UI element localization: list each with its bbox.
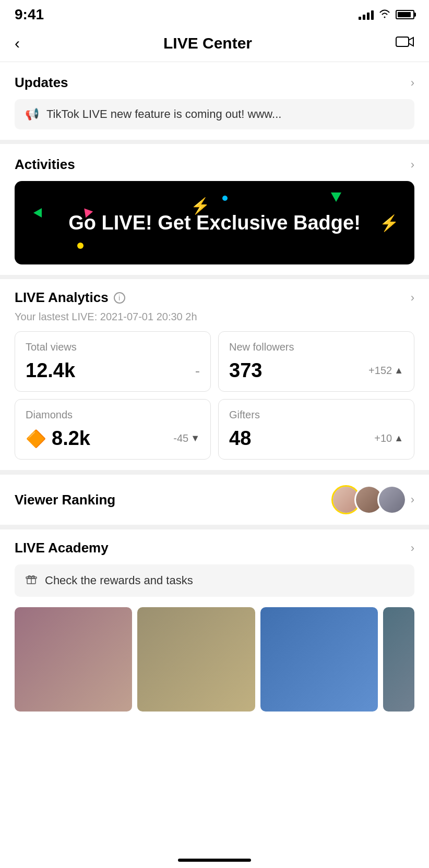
- analytics-card-views: Total views 12.4k -: [15, 331, 211, 392]
- thumbnails-row: [0, 607, 429, 712]
- activities-label: Activities: [15, 156, 75, 173]
- viewer-ranking-chevron-icon: ›: [411, 493, 414, 507]
- megaphone-icon: 📢: [25, 107, 39, 121]
- triangle-left-icon: [33, 208, 42, 218]
- updates-text: TikTok LIVE new feature is coming out! w…: [46, 107, 281, 121]
- activities-chevron-icon: ›: [411, 158, 414, 172]
- updates-chevron-icon: ›: [411, 76, 414, 90]
- back-button[interactable]: ‹: [15, 34, 20, 52]
- section-divider-3: [0, 470, 429, 474]
- arrow-up-icon: ▲: [394, 365, 403, 376]
- card-label-diamonds: Diamonds: [26, 409, 200, 421]
- analytics-card-diamonds: Diamonds 🔶 8.2k -45 ▼: [15, 399, 211, 460]
- activities-section-row[interactable]: Activities ›: [0, 144, 429, 181]
- viewer-ranking-label: Viewer Ranking: [15, 492, 115, 508]
- page-title: LIVE Center: [163, 34, 252, 52]
- card-value-gifters: 48: [229, 427, 251, 450]
- phone-frame: 9:41 ‹ LIVE Center: [0, 0, 429, 868]
- card-label-followers: New followers: [229, 341, 403, 353]
- card-change-gifters: +10 ▲: [374, 432, 403, 444]
- thumbnail-3[interactable]: [260, 607, 378, 712]
- section-divider: [0, 140, 429, 144]
- analytics-header: LIVE Analytics i ›: [0, 279, 429, 309]
- card-change-diamonds: -45 ▼: [173, 432, 200, 444]
- card-value-followers: 373: [229, 359, 262, 382]
- analytics-subtitle: Your lastest LIVE: 2021-07-01 20:30 2h: [0, 309, 429, 331]
- viewer-avatars: [331, 485, 407, 514]
- status-time: 9:41: [15, 6, 44, 23]
- info-icon[interactable]: i: [114, 292, 125, 304]
- arrow-down-icon: ▼: [190, 433, 200, 444]
- analytics-card-gifters: Gifters 48 +10 ▲: [218, 399, 414, 460]
- live-academy-label: LIVE Academy: [15, 540, 109, 556]
- rewards-banner[interactable]: Check the rewards and tasks: [15, 564, 414, 597]
- card-value-views: 12.4k: [26, 359, 75, 382]
- arrow-up-icon-2: ▲: [394, 433, 403, 444]
- home-indicator: [178, 859, 251, 862]
- section-divider-4: [0, 525, 429, 529]
- thumbnail-4[interactable]: [383, 607, 414, 712]
- signal-icon: [359, 9, 374, 20]
- lightning-right-icon: ⚡: [379, 214, 399, 232]
- card-value-diamonds: 🔶 8.2k: [26, 427, 90, 450]
- thumbnail-1[interactable]: [15, 607, 132, 712]
- status-bar: 9:41: [0, 0, 429, 27]
- analytics-grid: Total views 12.4k - New followers 373 +1…: [0, 331, 429, 470]
- page-header: ‹ LIVE Center: [0, 27, 429, 62]
- dot-yellow-icon: [77, 243, 84, 249]
- card-change-views: -: [195, 363, 200, 379]
- activities-banner-text: Go LIVE! Get Exclusive Badge!: [68, 212, 361, 234]
- status-icons: [359, 9, 414, 21]
- wifi-icon: [379, 9, 390, 21]
- analytics-chevron-icon: ›: [411, 291, 414, 305]
- viewer-ranking-row[interactable]: Viewer Ranking ›: [0, 474, 429, 525]
- rewards-icon: [25, 573, 38, 588]
- avatar-3: [377, 485, 407, 514]
- live-academy-row[interactable]: LIVE Academy ›: [0, 529, 429, 564]
- triangle-green-icon: [331, 192, 341, 202]
- updates-label: Updates: [15, 75, 68, 91]
- analytics-label: LIVE Analytics: [15, 290, 109, 306]
- live-academy-chevron-icon: ›: [411, 541, 414, 555]
- updates-banner[interactable]: 📢 TikTok LIVE new feature is coming out!…: [15, 99, 414, 129]
- card-change-followers: +152 ▲: [368, 365, 403, 377]
- thumbnail-2[interactable]: [137, 607, 255, 712]
- svg-rect-0: [396, 37, 409, 46]
- battery-icon: [396, 10, 414, 19]
- diamond-icon: 🔶: [26, 429, 46, 449]
- section-divider-2: [0, 275, 429, 279]
- camera-icon[interactable]: [396, 35, 414, 52]
- analytics-card-followers: New followers 373 +152 ▲: [218, 331, 414, 392]
- dot-blue-icon: [222, 196, 228, 201]
- rewards-text: Check the rewards and tasks: [45, 574, 193, 587]
- card-label-gifters: Gifters: [229, 409, 403, 421]
- updates-section-row[interactable]: Updates ›: [0, 62, 429, 99]
- activities-banner[interactable]: ⚡ ⚡ Go LIVE! Get Exclusive Badge!: [15, 181, 414, 264]
- card-label-views: Total views: [26, 341, 200, 353]
